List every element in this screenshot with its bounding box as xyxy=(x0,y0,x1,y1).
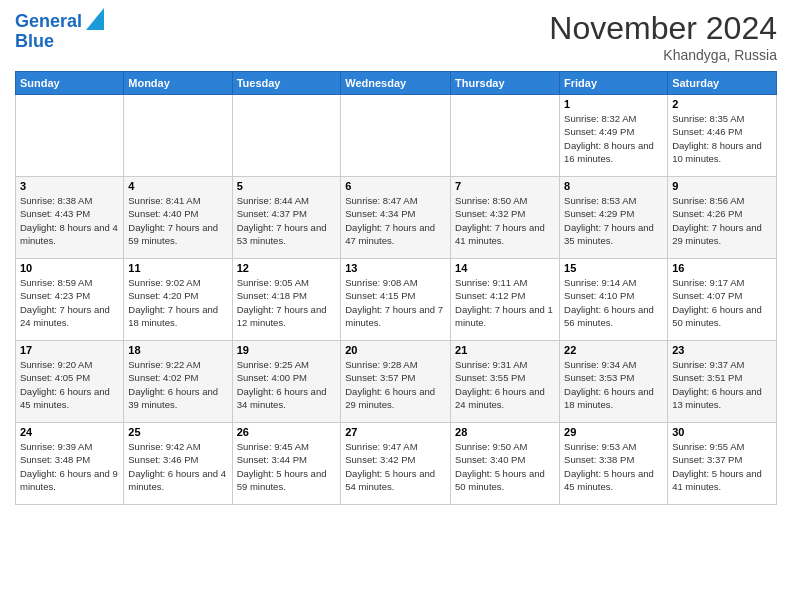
header-sunday: Sunday xyxy=(16,72,124,95)
cell-4-0: 24Sunrise: 9:39 AMSunset: 3:48 PMDayligh… xyxy=(16,423,124,505)
day-number: 1 xyxy=(564,98,663,110)
logo: General Blue xyxy=(15,10,104,52)
day-info: Sunrise: 9:55 AMSunset: 3:37 PMDaylight:… xyxy=(672,440,772,493)
day-info: Sunrise: 9:45 AMSunset: 3:44 PMDaylight:… xyxy=(237,440,337,493)
day-number: 25 xyxy=(128,426,227,438)
day-number: 26 xyxy=(237,426,337,438)
day-number: 3 xyxy=(20,180,119,192)
cell-0-0 xyxy=(16,95,124,177)
cell-2-1: 11Sunrise: 9:02 AMSunset: 4:20 PMDayligh… xyxy=(124,259,232,341)
cell-2-4: 14Sunrise: 9:11 AMSunset: 4:12 PMDayligh… xyxy=(451,259,560,341)
svg-marker-0 xyxy=(86,8,104,30)
cell-3-5: 22Sunrise: 9:34 AMSunset: 3:53 PMDayligh… xyxy=(560,341,668,423)
day-number: 9 xyxy=(672,180,772,192)
week-row-0: 1Sunrise: 8:32 AMSunset: 4:49 PMDaylight… xyxy=(16,95,777,177)
day-number: 17 xyxy=(20,344,119,356)
cell-3-0: 17Sunrise: 9:20 AMSunset: 4:05 PMDayligh… xyxy=(16,341,124,423)
day-number: 19 xyxy=(237,344,337,356)
day-number: 11 xyxy=(128,262,227,274)
day-number: 8 xyxy=(564,180,663,192)
day-info: Sunrise: 9:05 AMSunset: 4:18 PMDaylight:… xyxy=(237,276,337,329)
day-info: Sunrise: 8:44 AMSunset: 4:37 PMDaylight:… xyxy=(237,194,337,247)
cell-2-3: 13Sunrise: 9:08 AMSunset: 4:15 PMDayligh… xyxy=(341,259,451,341)
week-row-3: 17Sunrise: 9:20 AMSunset: 4:05 PMDayligh… xyxy=(16,341,777,423)
day-number: 28 xyxy=(455,426,555,438)
day-info: Sunrise: 8:35 AMSunset: 4:46 PMDaylight:… xyxy=(672,112,772,165)
cell-0-6: 2Sunrise: 8:35 AMSunset: 4:46 PMDaylight… xyxy=(668,95,777,177)
day-number: 14 xyxy=(455,262,555,274)
day-info: Sunrise: 8:41 AMSunset: 4:40 PMDaylight:… xyxy=(128,194,227,247)
week-row-4: 24Sunrise: 9:39 AMSunset: 3:48 PMDayligh… xyxy=(16,423,777,505)
cell-1-5: 8Sunrise: 8:53 AMSunset: 4:29 PMDaylight… xyxy=(560,177,668,259)
cell-0-2 xyxy=(232,95,341,177)
day-number: 2 xyxy=(672,98,772,110)
day-info: Sunrise: 9:20 AMSunset: 4:05 PMDaylight:… xyxy=(20,358,119,411)
day-number: 10 xyxy=(20,262,119,274)
cell-4-2: 26Sunrise: 9:45 AMSunset: 3:44 PMDayligh… xyxy=(232,423,341,505)
day-info: Sunrise: 8:50 AMSunset: 4:32 PMDaylight:… xyxy=(455,194,555,247)
logo-text-line1: General xyxy=(15,12,82,32)
day-info: Sunrise: 8:32 AMSunset: 4:49 PMDaylight:… xyxy=(564,112,663,165)
header-tuesday: Tuesday xyxy=(232,72,341,95)
header-friday: Friday xyxy=(560,72,668,95)
calendar-header-row: Sunday Monday Tuesday Wednesday Thursday… xyxy=(16,72,777,95)
week-row-1: 3Sunrise: 8:38 AMSunset: 4:43 PMDaylight… xyxy=(16,177,777,259)
cell-1-3: 6Sunrise: 8:47 AMSunset: 4:34 PMDaylight… xyxy=(341,177,451,259)
day-number: 16 xyxy=(672,262,772,274)
cell-3-4: 21Sunrise: 9:31 AMSunset: 3:55 PMDayligh… xyxy=(451,341,560,423)
page: General Blue November 2024 Khandyga, Rus… xyxy=(0,0,792,612)
day-info: Sunrise: 9:17 AMSunset: 4:07 PMDaylight:… xyxy=(672,276,772,329)
day-number: 21 xyxy=(455,344,555,356)
cell-2-5: 15Sunrise: 9:14 AMSunset: 4:10 PMDayligh… xyxy=(560,259,668,341)
day-info: Sunrise: 9:39 AMSunset: 3:48 PMDaylight:… xyxy=(20,440,119,493)
day-info: Sunrise: 8:56 AMSunset: 4:26 PMDaylight:… xyxy=(672,194,772,247)
cell-1-0: 3Sunrise: 8:38 AMSunset: 4:43 PMDaylight… xyxy=(16,177,124,259)
day-number: 15 xyxy=(564,262,663,274)
day-number: 22 xyxy=(564,344,663,356)
day-info: Sunrise: 9:37 AMSunset: 3:51 PMDaylight:… xyxy=(672,358,772,411)
day-info: Sunrise: 8:38 AMSunset: 4:43 PMDaylight:… xyxy=(20,194,119,247)
cell-4-3: 27Sunrise: 9:47 AMSunset: 3:42 PMDayligh… xyxy=(341,423,451,505)
cell-3-1: 18Sunrise: 9:22 AMSunset: 4:02 PMDayligh… xyxy=(124,341,232,423)
header-monday: Monday xyxy=(124,72,232,95)
cell-2-6: 16Sunrise: 9:17 AMSunset: 4:07 PMDayligh… xyxy=(668,259,777,341)
logo-text-line2: Blue xyxy=(15,32,54,52)
cell-0-4 xyxy=(451,95,560,177)
day-info: Sunrise: 9:08 AMSunset: 4:15 PMDaylight:… xyxy=(345,276,446,329)
cell-1-4: 7Sunrise: 8:50 AMSunset: 4:32 PMDaylight… xyxy=(451,177,560,259)
calendar-table: Sunday Monday Tuesday Wednesday Thursday… xyxy=(15,71,777,505)
cell-1-1: 4Sunrise: 8:41 AMSunset: 4:40 PMDaylight… xyxy=(124,177,232,259)
header: General Blue November 2024 Khandyga, Rus… xyxy=(15,10,777,63)
day-info: Sunrise: 9:14 AMSunset: 4:10 PMDaylight:… xyxy=(564,276,663,329)
day-info: Sunrise: 9:11 AMSunset: 4:12 PMDaylight:… xyxy=(455,276,555,329)
day-number: 30 xyxy=(672,426,772,438)
day-number: 20 xyxy=(345,344,446,356)
cell-1-6: 9Sunrise: 8:56 AMSunset: 4:26 PMDaylight… xyxy=(668,177,777,259)
day-number: 5 xyxy=(237,180,337,192)
location: Khandyga, Russia xyxy=(549,47,777,63)
day-number: 12 xyxy=(237,262,337,274)
month-title: November 2024 xyxy=(549,10,777,47)
day-number: 18 xyxy=(128,344,227,356)
cell-2-2: 12Sunrise: 9:05 AMSunset: 4:18 PMDayligh… xyxy=(232,259,341,341)
logo-icon xyxy=(86,8,104,30)
day-info: Sunrise: 9:42 AMSunset: 3:46 PMDaylight:… xyxy=(128,440,227,493)
cell-0-3 xyxy=(341,95,451,177)
day-info: Sunrise: 9:22 AMSunset: 4:02 PMDaylight:… xyxy=(128,358,227,411)
cell-0-1 xyxy=(124,95,232,177)
day-info: Sunrise: 8:53 AMSunset: 4:29 PMDaylight:… xyxy=(564,194,663,247)
day-number: 24 xyxy=(20,426,119,438)
day-number: 6 xyxy=(345,180,446,192)
cell-4-4: 28Sunrise: 9:50 AMSunset: 3:40 PMDayligh… xyxy=(451,423,560,505)
cell-3-2: 19Sunrise: 9:25 AMSunset: 4:00 PMDayligh… xyxy=(232,341,341,423)
day-number: 29 xyxy=(564,426,663,438)
day-number: 4 xyxy=(128,180,227,192)
day-number: 23 xyxy=(672,344,772,356)
cell-3-6: 23Sunrise: 9:37 AMSunset: 3:51 PMDayligh… xyxy=(668,341,777,423)
day-number: 7 xyxy=(455,180,555,192)
title-section: November 2024 Khandyga, Russia xyxy=(549,10,777,63)
day-number: 13 xyxy=(345,262,446,274)
day-info: Sunrise: 8:47 AMSunset: 4:34 PMDaylight:… xyxy=(345,194,446,247)
day-info: Sunrise: 9:34 AMSunset: 3:53 PMDaylight:… xyxy=(564,358,663,411)
header-saturday: Saturday xyxy=(668,72,777,95)
